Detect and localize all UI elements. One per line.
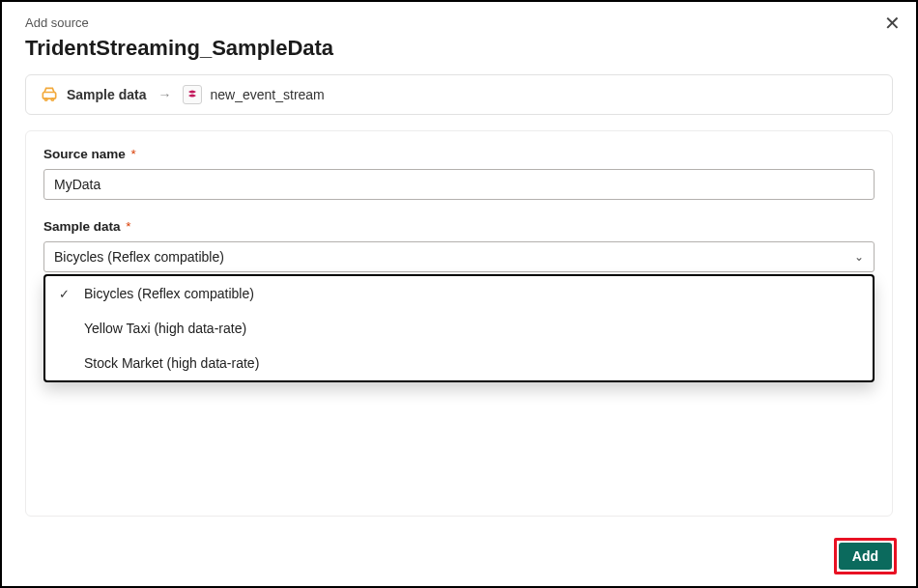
arrow-right-icon: → — [158, 87, 171, 102]
dropdown-option-yellow-taxi[interactable]: Yellow Taxi (high data-rate) — [45, 311, 873, 346]
taxi-icon — [40, 85, 59, 104]
source-name-input[interactable] — [43, 169, 875, 200]
add-button-highlight: Add — [834, 538, 897, 574]
sample-data-selected-text: Bicycles (Reflex compatible) — [54, 249, 224, 265]
check-icon: ✓ — [59, 287, 70, 301]
breadcrumb-source-label: Sample data — [67, 87, 146, 102]
sample-data-dropdown: ✓ Bicycles (Reflex compatible) Yellow Ta… — [43, 274, 875, 382]
dropdown-option-label: Stock Market (high data-rate) — [84, 355, 259, 371]
required-indicator: * — [123, 219, 131, 234]
sample-data-select[interactable]: Bicycles (Reflex compatible) ⌄ — [43, 241, 875, 272]
close-icon[interactable]: ✕ — [884, 14, 901, 33]
form-panel: Source name * Sample data * Bicycles (Re… — [25, 130, 893, 517]
breadcrumb: Sample data → new_event_stream — [25, 74, 893, 115]
svg-rect-0 — [43, 93, 55, 99]
sample-data-label: Sample data * — [43, 219, 875, 234]
required-indicator: * — [128, 147, 136, 161]
page-title: TridentStreaming_SampleData — [25, 36, 893, 61]
breadcrumb-target-label: new_event_stream — [210, 87, 324, 102]
breadcrumb-source: Sample data — [40, 85, 146, 104]
add-button[interactable]: Add — [839, 543, 892, 570]
dropdown-option-bicycles[interactable]: ✓ Bicycles (Reflex compatible) — [45, 276, 873, 311]
panel-subtitle: Add source — [25, 15, 893, 30]
dropdown-option-label: Yellow Taxi (high data-rate) — [84, 321, 246, 336]
breadcrumb-target: new_event_stream — [183, 85, 324, 104]
chevron-down-icon: ⌄ — [854, 250, 864, 264]
dropdown-option-label: Bicycles (Reflex compatible) — [84, 286, 254, 301]
eventstream-icon — [183, 85, 202, 104]
footer: Add — [834, 538, 897, 574]
dropdown-option-stock-market[interactable]: Stock Market (high data-rate) — [45, 346, 873, 380]
source-name-label: Source name * — [43, 147, 875, 161]
